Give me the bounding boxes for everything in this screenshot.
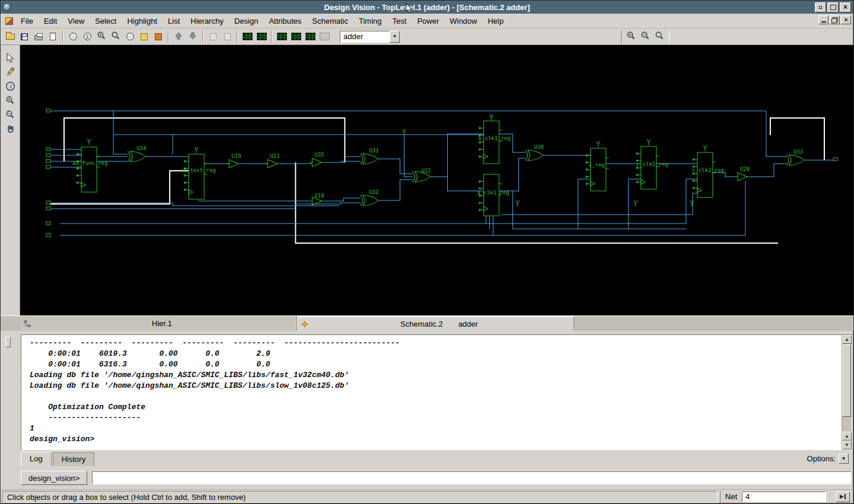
design-select[interactable]: adder ▼ [340,31,400,43]
menu-attributes[interactable]: Attributes [263,14,307,28]
menu-schematic[interactable]: Schematic [307,14,353,28]
window-menu-icon[interactable] [3,3,11,11]
zoom-out-tool[interactable] [4,110,17,121]
console-tab-log[interactable]: Log [21,452,52,466]
redraw-button[interactable]: · [66,30,80,43]
component-U30[interactable]: U30 [525,144,544,161]
view-tab-1[interactable]: Hier.1 [20,316,297,331]
component-label: U20 [740,166,750,172]
log-scrollbar[interactable]: ▲ ▲ ▼ [842,335,852,449]
menu-file[interactable]: File [15,14,39,28]
menu-list[interactable]: List [162,14,185,28]
menu-test[interactable]: Test [387,14,412,28]
component-c_clk2_reg[interactable]: c_clk2_reg [692,152,724,197]
view-zoom-fit-button[interactable] [652,30,667,43]
net-input[interactable] [742,492,826,502]
component-a_clk1_reg[interactable]: a_clk1_reg [477,174,509,216]
component-U22[interactable]: U22 [412,168,431,182]
zoom-area-button[interactable] [94,30,109,43]
create-rect-button[interactable] [137,30,151,43]
menu-hierarchy[interactable]: Hierarchy [185,14,229,28]
schematic-canvas[interactable]: ad_func_regad_test_regb_clk1_rega_clk1_r… [20,45,853,315]
save-session-button[interactable] [46,30,60,43]
net-next-button[interactable]: ▶ [836,492,850,502]
scrollbar-track[interactable] [842,344,852,432]
info-tool[interactable]: i [4,82,17,92]
scroll-down-button[interactable]: ▼ [842,441,852,449]
menu-select[interactable]: Select [90,14,122,28]
options-dropdown-button[interactable]: ▼ [839,454,849,464]
component-b_clk1_reg[interactable]: b_clk1_reg [479,121,511,164]
component-U20[interactable]: U20 [735,166,750,181]
timing-view-button[interactable] [303,30,317,43]
view-tab-2[interactable]: Schematic.2adder [297,316,574,331]
redo-button[interactable] [220,30,234,43]
component-U33[interactable]: U33 [786,149,804,165]
component-U21[interactable]: U21 [265,153,279,168]
console-tab-history[interactable]: History [53,452,94,466]
menu-highlight[interactable]: Highlight [122,14,162,28]
window-close-button[interactable]: × [840,2,851,12]
design-select-value[interactable]: adder [340,31,390,43]
component-ad_test_reg[interactable]: ad_test_reg [180,154,216,199]
schematic-nets[interactable] [50,111,833,243]
menu-edit[interactable]: Edit [39,14,62,28]
child-restore-button[interactable] [830,15,840,24]
disabled-view-button[interactable] [317,30,332,43]
zoom-2x-button[interactable]: 2 [80,30,94,43]
move-down-hier-button[interactable] [186,30,200,43]
schematic-view-button[interactable] [275,30,289,43]
menu-window[interactable]: Window [444,14,482,28]
window-minimize-button[interactable] [815,2,826,12]
component-c_clk1_reg[interactable]: c_clk1_reg [636,146,668,189]
scroll-up2-button[interactable]: ▲ [842,432,852,441]
menu-timing[interactable]: Timing [353,14,387,28]
move-up-hier-button[interactable] [171,30,186,43]
pan-tool[interactable] [4,125,17,135]
scrollbar-thumb[interactable] [842,344,851,417]
component-ad_func_reg[interactable]: ad_func_reg [72,147,108,192]
child-minimize-icon [821,21,826,23]
component-U31[interactable]: U31 [360,148,378,164]
menu-view[interactable]: View [62,14,90,28]
undo-button[interactable] [206,30,220,43]
child-minimize-button[interactable] [818,15,828,24]
disabled-view-icon [320,33,330,40]
log-output[interactable]: --------- --------- --------- --------- … [21,334,852,450]
undo-icon [210,33,216,40]
highlight-icon [155,33,162,40]
zoom-full-button[interactable] [109,30,123,43]
menu-power[interactable]: Power [412,14,444,28]
zoom-prev-button[interactable]: · [123,30,137,43]
command-input[interactable] [92,471,851,484]
options-control[interactable]: Options: ▼ [807,454,849,464]
child-close-button[interactable]: × [841,15,851,24]
component-c_reg[interactable]: c_reg [586,148,609,191]
component-U34[interactable]: U34 [128,145,146,162]
design-select-dropdown-button[interactable]: ▼ [390,31,400,43]
component-U18[interactable]: U18 [310,193,324,205]
hier-schematic-view-button[interactable] [289,30,303,43]
component-U19[interactable]: U19 [227,153,241,168]
zoom-in-tool[interactable] [4,96,17,107]
open-button[interactable] [3,30,17,43]
component-U32[interactable]: U32 [360,189,378,206]
component-U35[interactable]: U35 [310,152,324,167]
symbol-view-button[interactable] [254,30,269,43]
zoom-2x-icon: 2 [84,33,91,40]
save-button[interactable] [17,30,31,43]
view-zoom-out-button[interactable] [638,30,652,43]
design-view-button[interactable] [240,30,254,43]
titlebar[interactable]: Design Vision - TopLevel.1 (adder) - [Sc… [1,1,853,14]
status-message: Click objects or drag a box to select (H… [2,491,718,503]
highlight-button[interactable] [151,30,165,43]
splitter-grip[interactable] [5,337,11,347]
menu-help[interactable]: Help [482,14,509,28]
window-maximize-button[interactable] [827,2,839,12]
menu-design[interactable]: Design [229,14,263,28]
print-button[interactable] [31,30,46,43]
view-zoom-in-button[interactable] [624,30,638,43]
scroll-up-button[interactable]: ▲ [842,335,852,344]
draw-tool[interactable] [4,68,17,78]
select-tool[interactable] [4,53,17,64]
